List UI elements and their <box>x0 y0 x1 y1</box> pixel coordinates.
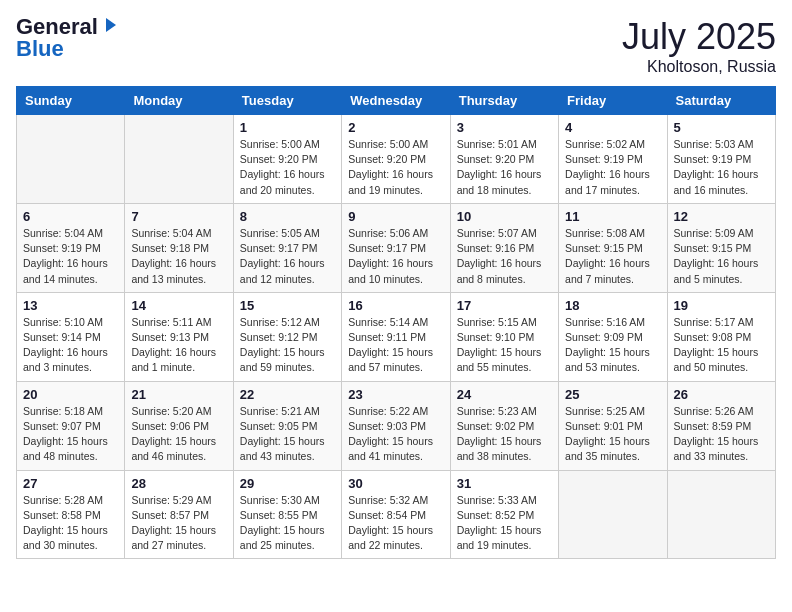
day-info: Sunrise: 5:12 AM Sunset: 9:12 PM Dayligh… <box>240 315 335 376</box>
day-number: 22 <box>240 387 335 402</box>
calendar-week-row: 27Sunrise: 5:28 AM Sunset: 8:58 PM Dayli… <box>17 470 776 559</box>
day-info: Sunrise: 5:22 AM Sunset: 9:03 PM Dayligh… <box>348 404 443 465</box>
day-number: 8 <box>240 209 335 224</box>
day-info: Sunrise: 5:25 AM Sunset: 9:01 PM Dayligh… <box>565 404 660 465</box>
page-header: General Blue July 2025 Kholtoson, Russia <box>16 16 776 76</box>
day-number: 14 <box>131 298 226 313</box>
day-info: Sunrise: 5:32 AM Sunset: 8:54 PM Dayligh… <box>348 493 443 554</box>
day-number: 19 <box>674 298 769 313</box>
calendar-cell <box>125 115 233 204</box>
day-info: Sunrise: 5:05 AM Sunset: 9:17 PM Dayligh… <box>240 226 335 287</box>
logo-general-text: General <box>16 16 98 38</box>
weekday-header-thursday: Thursday <box>450 87 558 115</box>
day-info: Sunrise: 5:00 AM Sunset: 9:20 PM Dayligh… <box>348 137 443 198</box>
calendar-cell: 12Sunrise: 5:09 AM Sunset: 9:15 PM Dayli… <box>667 203 775 292</box>
calendar-cell: 2Sunrise: 5:00 AM Sunset: 9:20 PM Daylig… <box>342 115 450 204</box>
day-info: Sunrise: 5:14 AM Sunset: 9:11 PM Dayligh… <box>348 315 443 376</box>
month-title: July 2025 <box>622 16 776 58</box>
day-number: 15 <box>240 298 335 313</box>
day-number: 30 <box>348 476 443 491</box>
calendar-cell: 8Sunrise: 5:05 AM Sunset: 9:17 PM Daylig… <box>233 203 341 292</box>
calendar-cell: 15Sunrise: 5:12 AM Sunset: 9:12 PM Dayli… <box>233 292 341 381</box>
calendar-cell: 30Sunrise: 5:32 AM Sunset: 8:54 PM Dayli… <box>342 470 450 559</box>
calendar-week-row: 20Sunrise: 5:18 AM Sunset: 9:07 PM Dayli… <box>17 381 776 470</box>
calendar-cell: 7Sunrise: 5:04 AM Sunset: 9:18 PM Daylig… <box>125 203 233 292</box>
calendar-cell: 16Sunrise: 5:14 AM Sunset: 9:11 PM Dayli… <box>342 292 450 381</box>
day-info: Sunrise: 5:29 AM Sunset: 8:57 PM Dayligh… <box>131 493 226 554</box>
calendar-cell: 14Sunrise: 5:11 AM Sunset: 9:13 PM Dayli… <box>125 292 233 381</box>
calendar-cell: 31Sunrise: 5:33 AM Sunset: 8:52 PM Dayli… <box>450 470 558 559</box>
weekday-header-sunday: Sunday <box>17 87 125 115</box>
calendar-cell: 3Sunrise: 5:01 AM Sunset: 9:20 PM Daylig… <box>450 115 558 204</box>
day-info: Sunrise: 5:04 AM Sunset: 9:18 PM Dayligh… <box>131 226 226 287</box>
calendar-cell: 11Sunrise: 5:08 AM Sunset: 9:15 PM Dayli… <box>559 203 667 292</box>
day-number: 12 <box>674 209 769 224</box>
calendar-cell: 28Sunrise: 5:29 AM Sunset: 8:57 PM Dayli… <box>125 470 233 559</box>
day-number: 10 <box>457 209 552 224</box>
weekday-header-tuesday: Tuesday <box>233 87 341 115</box>
calendar-week-row: 13Sunrise: 5:10 AM Sunset: 9:14 PM Dayli… <box>17 292 776 381</box>
day-number: 18 <box>565 298 660 313</box>
day-number: 7 <box>131 209 226 224</box>
day-number: 29 <box>240 476 335 491</box>
day-number: 2 <box>348 120 443 135</box>
calendar-cell: 19Sunrise: 5:17 AM Sunset: 9:08 PM Dayli… <box>667 292 775 381</box>
calendar-cell <box>559 470 667 559</box>
weekday-header-friday: Friday <box>559 87 667 115</box>
calendar-cell: 4Sunrise: 5:02 AM Sunset: 9:19 PM Daylig… <box>559 115 667 204</box>
day-number: 27 <box>23 476 118 491</box>
day-info: Sunrise: 5:02 AM Sunset: 9:19 PM Dayligh… <box>565 137 660 198</box>
day-number: 16 <box>348 298 443 313</box>
day-info: Sunrise: 5:00 AM Sunset: 9:20 PM Dayligh… <box>240 137 335 198</box>
day-info: Sunrise: 5:01 AM Sunset: 9:20 PM Dayligh… <box>457 137 552 198</box>
day-info: Sunrise: 5:15 AM Sunset: 9:10 PM Dayligh… <box>457 315 552 376</box>
day-info: Sunrise: 5:21 AM Sunset: 9:05 PM Dayligh… <box>240 404 335 465</box>
day-number: 1 <box>240 120 335 135</box>
day-number: 31 <box>457 476 552 491</box>
day-number: 28 <box>131 476 226 491</box>
day-number: 4 <box>565 120 660 135</box>
day-info: Sunrise: 5:06 AM Sunset: 9:17 PM Dayligh… <box>348 226 443 287</box>
calendar-cell: 29Sunrise: 5:30 AM Sunset: 8:55 PM Dayli… <box>233 470 341 559</box>
calendar-cell: 13Sunrise: 5:10 AM Sunset: 9:14 PM Dayli… <box>17 292 125 381</box>
day-info: Sunrise: 5:28 AM Sunset: 8:58 PM Dayligh… <box>23 493 118 554</box>
calendar-week-row: 1Sunrise: 5:00 AM Sunset: 9:20 PM Daylig… <box>17 115 776 204</box>
weekday-header-monday: Monday <box>125 87 233 115</box>
day-number: 3 <box>457 120 552 135</box>
day-number: 25 <box>565 387 660 402</box>
day-info: Sunrise: 5:30 AM Sunset: 8:55 PM Dayligh… <box>240 493 335 554</box>
day-number: 13 <box>23 298 118 313</box>
logo-triangle-icon <box>100 16 118 34</box>
day-info: Sunrise: 5:26 AM Sunset: 8:59 PM Dayligh… <box>674 404 769 465</box>
day-info: Sunrise: 5:11 AM Sunset: 9:13 PM Dayligh… <box>131 315 226 376</box>
weekday-header-saturday: Saturday <box>667 87 775 115</box>
calendar-cell: 26Sunrise: 5:26 AM Sunset: 8:59 PM Dayli… <box>667 381 775 470</box>
calendar-cell: 9Sunrise: 5:06 AM Sunset: 9:17 PM Daylig… <box>342 203 450 292</box>
day-number: 21 <box>131 387 226 402</box>
day-number: 5 <box>674 120 769 135</box>
logo: General Blue <box>16 16 118 60</box>
day-info: Sunrise: 5:07 AM Sunset: 9:16 PM Dayligh… <box>457 226 552 287</box>
day-number: 24 <box>457 387 552 402</box>
calendar-cell: 18Sunrise: 5:16 AM Sunset: 9:09 PM Dayli… <box>559 292 667 381</box>
calendar-cell: 24Sunrise: 5:23 AM Sunset: 9:02 PM Dayli… <box>450 381 558 470</box>
calendar-cell: 25Sunrise: 5:25 AM Sunset: 9:01 PM Dayli… <box>559 381 667 470</box>
day-number: 9 <box>348 209 443 224</box>
day-info: Sunrise: 5:17 AM Sunset: 9:08 PM Dayligh… <box>674 315 769 376</box>
svg-marker-0 <box>106 18 116 32</box>
calendar-week-row: 6Sunrise: 5:04 AM Sunset: 9:19 PM Daylig… <box>17 203 776 292</box>
day-number: 11 <box>565 209 660 224</box>
calendar-cell: 23Sunrise: 5:22 AM Sunset: 9:03 PM Dayli… <box>342 381 450 470</box>
day-info: Sunrise: 5:18 AM Sunset: 9:07 PM Dayligh… <box>23 404 118 465</box>
day-info: Sunrise: 5:23 AM Sunset: 9:02 PM Dayligh… <box>457 404 552 465</box>
day-info: Sunrise: 5:09 AM Sunset: 9:15 PM Dayligh… <box>674 226 769 287</box>
day-info: Sunrise: 5:20 AM Sunset: 9:06 PM Dayligh… <box>131 404 226 465</box>
calendar-cell <box>667 470 775 559</box>
calendar-cell: 27Sunrise: 5:28 AM Sunset: 8:58 PM Dayli… <box>17 470 125 559</box>
day-info: Sunrise: 5:08 AM Sunset: 9:15 PM Dayligh… <box>565 226 660 287</box>
calendar-cell <box>17 115 125 204</box>
calendar-cell: 20Sunrise: 5:18 AM Sunset: 9:07 PM Dayli… <box>17 381 125 470</box>
day-info: Sunrise: 5:04 AM Sunset: 9:19 PM Dayligh… <box>23 226 118 287</box>
weekday-header-wednesday: Wednesday <box>342 87 450 115</box>
logo-blue-text: Blue <box>16 38 64 60</box>
